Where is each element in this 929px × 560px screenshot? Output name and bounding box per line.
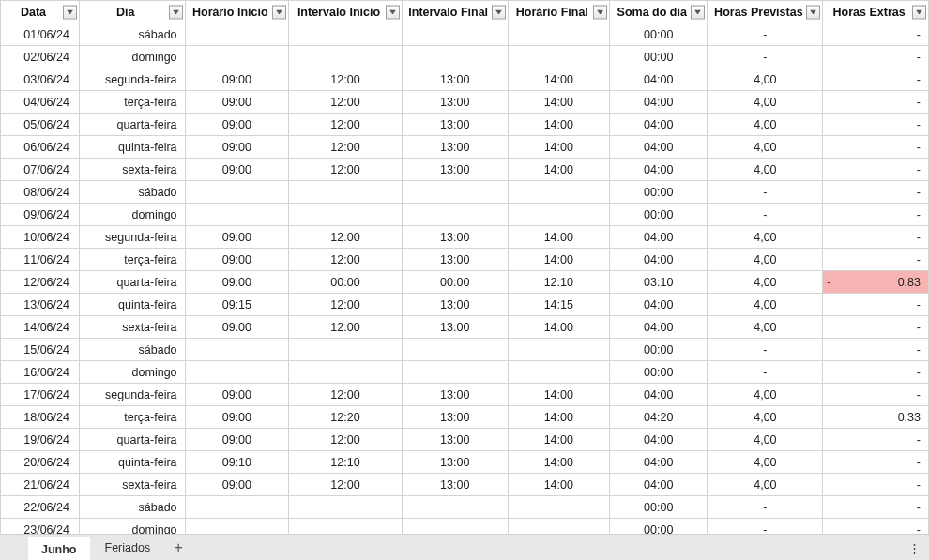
cell-horario-final[interactable] [508, 204, 610, 226]
cell-horas-previstas[interactable]: 4,00 [708, 91, 823, 114]
cell-intervalo-final[interactable]: 13:00 [402, 91, 508, 114]
cell-horario-inicio[interactable] [185, 496, 289, 519]
cell-data[interactable]: 20/06/24 [1, 451, 80, 474]
cell-horario-inicio[interactable]: 09:10 [185, 451, 289, 474]
cell-horas-previstas[interactable]: 4,00 [708, 316, 823, 339]
cell-intervalo-final[interactable]: 13:00 [402, 474, 508, 496]
cell-data[interactable]: 12/06/24 [1, 271, 80, 294]
cell-dia[interactable]: domingo [79, 46, 185, 68]
cell-horario-final[interactable] [508, 181, 610, 204]
cell-horario-inicio[interactable]: 09:00 [185, 91, 289, 114]
cell-dia[interactable]: segunda-feira [79, 68, 185, 91]
cell-intervalo-final[interactable]: 13:00 [402, 316, 508, 339]
cell-soma-dia[interactable]: 00:00 [610, 46, 708, 68]
cell-soma-dia[interactable]: 04:00 [610, 226, 708, 249]
cell-data[interactable]: 22/06/24 [1, 496, 80, 519]
cell-horario-inicio[interactable] [185, 519, 289, 535]
cell-horas-extras[interactable]: - [823, 496, 929, 519]
cell-data[interactable]: 16/06/24 [1, 361, 80, 384]
cell-intervalo-final[interactable] [402, 46, 508, 68]
cell-intervalo-inicio[interactable]: 12:00 [289, 136, 403, 159]
cell-horario-final[interactable]: 14:00 [508, 159, 610, 181]
cell-horario-final[interactable] [508, 46, 610, 68]
cell-dia[interactable]: sábado [79, 339, 185, 361]
cell-horas-previstas[interactable]: 4,00 [708, 406, 823, 429]
cell-intervalo-final[interactable]: 13:00 [402, 159, 508, 181]
cell-data[interactable]: 04/06/24 [1, 91, 80, 114]
cell-horas-extras[interactable]: - [823, 23, 929, 46]
cell-horas-previstas[interactable]: 4,00 [708, 68, 823, 91]
cell-horas-extras[interactable]: - [823, 429, 929, 451]
cell-horario-final[interactable]: 12:10 [508, 271, 610, 294]
cell-horas-extras[interactable]: - [823, 294, 929, 316]
header-horas-extras[interactable]: Horas Extras [823, 1, 929, 23]
filter-dropdown-icon[interactable] [806, 5, 820, 19]
cell-data[interactable]: 07/06/24 [1, 159, 80, 181]
cell-intervalo-inicio[interactable] [289, 496, 403, 519]
header-horario-inicio[interactable]: Horário Inicio [185, 1, 289, 23]
cell-dia[interactable]: segunda-feira [79, 384, 185, 406]
cell-data[interactable]: 21/06/24 [1, 474, 80, 496]
cell-intervalo-final[interactable]: 13:00 [402, 136, 508, 159]
sheet-tab-feriados[interactable]: Feriados [92, 536, 164, 560]
cell-dia[interactable]: quarta-feira [79, 271, 185, 294]
cell-soma-dia[interactable]: 04:20 [610, 406, 708, 429]
cell-horas-extras[interactable]: - [823, 249, 929, 271]
cell-data[interactable]: 15/06/24 [1, 339, 80, 361]
filter-dropdown-icon[interactable] [691, 5, 705, 19]
cell-intervalo-inicio[interactable]: 12:00 [289, 429, 403, 451]
filter-dropdown-icon[interactable] [912, 5, 926, 19]
cell-data[interactable]: 09/06/24 [1, 204, 80, 226]
cell-intervalo-inicio[interactable]: 12:00 [289, 384, 403, 406]
cell-horas-extras[interactable]: - [823, 474, 929, 496]
header-intervalo-final[interactable]: Intervalo Final [402, 1, 508, 23]
cell-horas-previstas[interactable]: - [708, 23, 823, 46]
cell-horario-final[interactable]: 14:00 [508, 91, 610, 114]
cell-data[interactable]: 17/06/24 [1, 384, 80, 406]
cell-horas-previstas[interactable]: 4,00 [708, 226, 823, 249]
cell-soma-dia[interactable]: 04:00 [610, 159, 708, 181]
cell-data[interactable]: 11/06/24 [1, 249, 80, 271]
cell-horas-extras[interactable]: - [823, 451, 929, 474]
cell-soma-dia[interactable]: 04:00 [610, 249, 708, 271]
cell-horas-previstas[interactable]: - [708, 339, 823, 361]
cell-horario-final[interactable]: 14:15 [508, 294, 610, 316]
cell-horas-extras[interactable]: 0,33 [823, 406, 929, 429]
cell-soma-dia[interactable]: 04:00 [610, 114, 708, 136]
cell-data[interactable]: 06/06/24 [1, 136, 80, 159]
cell-intervalo-inicio[interactable]: 12:00 [289, 91, 403, 114]
cell-horario-final[interactable]: 14:00 [508, 384, 610, 406]
cell-horario-inicio[interactable]: 09:00 [185, 114, 289, 136]
cell-soma-dia[interactable]: 04:00 [610, 429, 708, 451]
cell-dia[interactable]: terça-feira [79, 91, 185, 114]
cell-horario-final[interactable] [508, 519, 610, 535]
cell-soma-dia[interactable]: 00:00 [610, 339, 708, 361]
cell-horas-previstas[interactable]: 4,00 [708, 114, 823, 136]
cell-horario-final[interactable] [508, 361, 610, 384]
cell-horas-extras[interactable]: - [823, 91, 929, 114]
cell-horario-inicio[interactable]: 09:00 [185, 136, 289, 159]
cell-intervalo-inicio[interactable]: 12:00 [289, 316, 403, 339]
filter-dropdown-icon[interactable] [272, 5, 286, 19]
cell-dia[interactable]: sexta-feira [79, 474, 185, 496]
filter-dropdown-icon[interactable] [63, 5, 77, 19]
sheet-tab-junho[interactable]: Junho [28, 537, 90, 560]
cell-horas-extras[interactable]: - [823, 316, 929, 339]
header-dia[interactable]: Dia [79, 1, 185, 23]
cell-intervalo-inicio[interactable]: 12:00 [289, 114, 403, 136]
cell-intervalo-inicio[interactable] [289, 204, 403, 226]
cell-horario-final[interactable]: 14:00 [508, 114, 610, 136]
cell-intervalo-final[interactable]: 13:00 [402, 294, 508, 316]
cell-intervalo-final[interactable] [402, 204, 508, 226]
cell-dia[interactable]: sexta-feira [79, 316, 185, 339]
cell-dia[interactable]: domingo [79, 204, 185, 226]
cell-horas-extras[interactable]: - [823, 204, 929, 226]
cell-horario-final[interactable]: 14:00 [508, 474, 610, 496]
cell-intervalo-final[interactable]: 00:00 [402, 271, 508, 294]
cell-data[interactable]: 23/06/24 [1, 519, 80, 535]
cell-horario-final[interactable]: 14:00 [508, 451, 610, 474]
cell-dia[interactable]: quinta-feira [79, 136, 185, 159]
cell-soma-dia[interactable]: 00:00 [610, 496, 708, 519]
cell-intervalo-final[interactable] [402, 23, 508, 46]
cell-intervalo-final[interactable]: 13:00 [402, 451, 508, 474]
